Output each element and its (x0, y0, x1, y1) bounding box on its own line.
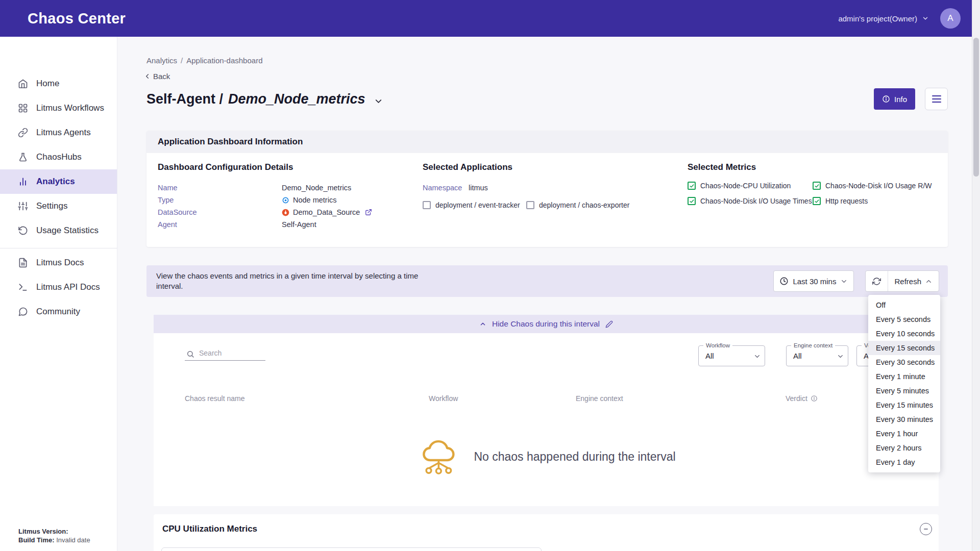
filter-value: All (705, 352, 714, 360)
refresh-rate-button[interactable]: Refresh (888, 271, 939, 291)
back-label: Back (153, 72, 170, 81)
sidebar-item-label: Litmus API Docs (36, 282, 100, 292)
refresh-now-button[interactable] (866, 271, 888, 291)
checkbox-unchecked[interactable] (423, 201, 431, 209)
refresh-option[interactable]: Every 1 hour (868, 427, 940, 441)
config-row-name: Name Demo_Node_metrics (158, 182, 423, 194)
config-row-agent: Agent Self-Agent (158, 218, 423, 231)
refresh-option-selected[interactable]: Every 15 seconds (868, 341, 940, 355)
header-right: admin's project(Owner) A (838, 8, 961, 29)
sidebar-item-label: Home (36, 79, 59, 89)
column-header-engine-context: Engine context (576, 394, 623, 403)
metric-checkbox-disk-io-rw[interactable]: Chaos-Node-Disk I/O Usage R/W (813, 182, 937, 190)
sidebar-item-litmus-api-docs[interactable]: Litmus API Docs (0, 275, 117, 299)
litmus-version-label: Litmus Version: (18, 527, 90, 536)
interval-bar: View the chaos events and metrics in a g… (146, 265, 948, 297)
empty-message: No chaos happened during the interval (474, 450, 675, 464)
project-label: admin's project(Owner) (838, 14, 917, 23)
collapse-section-button[interactable] (920, 523, 932, 535)
checkbox-unchecked[interactable] (526, 201, 534, 209)
configuration-title: Dashboard Configuration Details (158, 162, 423, 172)
settings-icon (18, 201, 28, 211)
application-checkbox-chaos-exporter[interactable]: deployment / chaos-exporter (526, 201, 629, 209)
filter-label: Engine context (791, 342, 835, 348)
time-range-select[interactable]: Last 30 mins (773, 270, 854, 292)
edit-pencil-icon[interactable] (605, 320, 613, 328)
sidebar-item-litmus-docs[interactable]: Litmus Docs (0, 251, 117, 275)
sidebar-item-label: Community (36, 307, 80, 317)
agent-name: Self-Agent / (146, 91, 223, 107)
avatar[interactable]: A (940, 8, 961, 29)
project-switcher[interactable]: admin's project(Owner) (838, 14, 929, 23)
cpu-chart-container (161, 547, 542, 551)
breadcrumb-application-dashboard[interactable]: Application-dashboard (186, 56, 262, 65)
page-scrollbar[interactable] (972, 0, 980, 551)
info-button[interactable]: Info (874, 88, 915, 110)
metrics-grid: Chaos-Node-CPU Utilization Chaos-Node-Di… (688, 182, 937, 205)
sidebar-item-label: ChaosHubs (36, 152, 82, 162)
chaoshubs-icon (18, 152, 28, 162)
time-range-value: Last 30 mins (793, 277, 836, 286)
dashboard-switcher-chevron-icon[interactable] (374, 96, 383, 106)
metric-checkbox-disk-io-times[interactable]: Chaos-Node-Disk I/O Usage Times (688, 197, 813, 205)
sidebar-item-community[interactable]: Community (0, 299, 117, 324)
build-time-value: Invalid date (56, 536, 90, 544)
info-button-label: Info (894, 95, 907, 104)
metrics-title: Selected Metrics (688, 162, 937, 172)
sidebar-item-analytics[interactable]: Analytics (0, 169, 117, 194)
refresh-option[interactable]: Every 5 minutes (868, 384, 940, 398)
chevron-up-icon (925, 278, 933, 285)
search-input[interactable] (185, 346, 265, 361)
refresh-option[interactable]: Every 1 day (868, 455, 940, 469)
refresh-option[interactable]: Every 5 seconds (868, 312, 940, 327)
dashboard-menu-button[interactable] (925, 88, 948, 110)
refresh-option[interactable]: Every 10 seconds (868, 327, 940, 341)
refresh-option[interactable]: Every 30 seconds (868, 355, 940, 369)
refresh-option[interactable]: Every 1 minute (868, 369, 940, 384)
hamburger-icon (932, 95, 941, 103)
verdict-info-icon[interactable] (811, 395, 818, 402)
checkbox-checked[interactable] (688, 182, 696, 190)
dashboard-information-body: Dashboard Configuration Details Name Dem… (146, 153, 948, 231)
sidebar-item-label: Settings (36, 201, 67, 211)
applications-column: Selected Applications Namespace litmus d… (423, 162, 688, 231)
config-row-type: Type Node metrics (158, 194, 423, 206)
sidebar-item-litmus-workflows[interactable]: Litmus Workflows (0, 96, 117, 120)
namespace-row: Namespace litmus (423, 182, 688, 194)
collapse-chevron-up-icon[interactable] (479, 320, 486, 328)
sidebar-item-settings[interactable]: Settings (0, 194, 117, 218)
hide-chaos-toggle[interactable]: Hide Chaos during this interval (492, 319, 600, 329)
checkbox-checked[interactable] (813, 197, 821, 205)
empty-state: No chaos happened during the interval (154, 434, 939, 479)
sidebar-item-chaoshubs[interactable]: ChaosHubs (0, 145, 117, 169)
application-checkbox-event-tracker[interactable]: deployment / event-tracker (423, 201, 526, 209)
breadcrumb-analytics[interactable]: Analytics (146, 56, 177, 65)
metrics-column: Selected Metrics Chaos-Node-CPU Utilizat… (688, 162, 937, 231)
sidebar-item-home[interactable]: Home (0, 71, 117, 96)
back-button[interactable]: Back (143, 72, 170, 81)
refresh-option[interactable]: Every 30 minutes (868, 412, 940, 427)
sidebar-item-litmus-agents[interactable]: Litmus Agents (0, 120, 117, 145)
metric-checkbox-http-requests[interactable]: Http requests (813, 197, 937, 205)
external-link-icon[interactable] (365, 209, 372, 216)
engine-context-filter-select[interactable]: Engine context All (786, 345, 848, 366)
checkbox-checked[interactable] (688, 197, 696, 205)
refresh-option[interactable]: Off (868, 298, 940, 312)
build-time-label: Build Time: (18, 536, 55, 544)
cpu-utilization-title: CPU Utilization Metrics (162, 524, 257, 534)
refresh-option[interactable]: Every 15 minutes (868, 398, 940, 412)
chaos-results-panel: Workflow All Engine context All Verdict … (154, 333, 939, 506)
metric-checkbox-cpu-utilization[interactable]: Chaos-Node-CPU Utilization (688, 182, 813, 190)
interval-controls: Last 30 mins Refresh (773, 270, 939, 292)
chevron-left-icon (143, 72, 151, 80)
refresh-option[interactable]: Every 2 hours (868, 441, 940, 455)
checkbox-checked[interactable] (813, 182, 821, 190)
sidebar-item-label: Litmus Docs (36, 258, 84, 268)
configuration-column: Dashboard Configuration Details Name Dem… (158, 162, 423, 231)
application-checkboxes: deployment / event-tracker deployment / … (423, 201, 688, 209)
cpu-utilization-card: CPU Utilization Metrics (154, 514, 939, 551)
filter-label: Workflow (703, 342, 732, 348)
scrollbar-thumb[interactable] (973, 38, 979, 177)
workflow-filter-select[interactable]: Workflow All (698, 345, 765, 366)
sidebar-item-usage-statistics[interactable]: Usage Statistics (0, 218, 117, 243)
